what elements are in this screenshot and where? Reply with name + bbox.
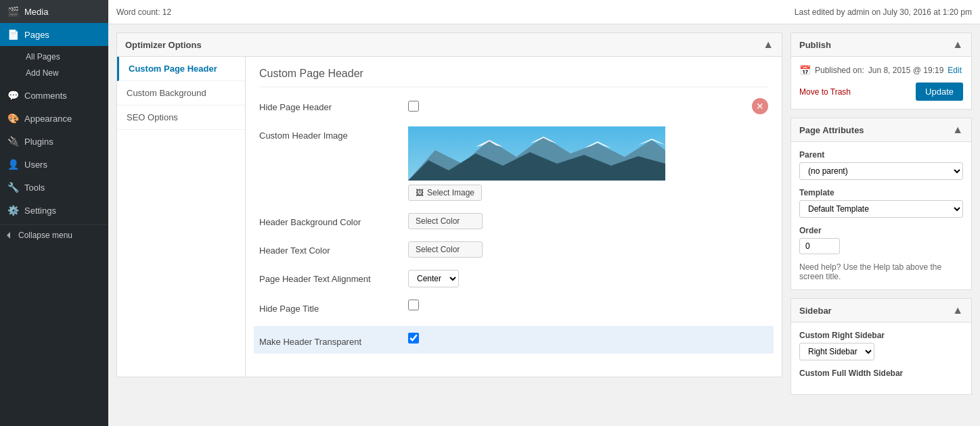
close-button[interactable]: ✕ xyxy=(752,98,768,114)
publish-date: 📅 Published on: Jun 8, 2015 @ 19:19 Edit xyxy=(799,65,963,76)
edit-date-link[interactable]: Edit xyxy=(948,66,962,75)
order-input[interactable] xyxy=(799,238,840,254)
sidebar-item-users[interactable]: 👤 Users xyxy=(0,153,108,176)
page-attributes-panel: Page Attributes ▲ Parent (no parent) Tem… xyxy=(790,118,972,290)
sidebar-label-plugins: Plugins xyxy=(24,137,53,147)
header-bg-color-label: Header Background Color xyxy=(259,213,408,227)
text-alignment-select[interactable]: Left Center Right xyxy=(408,270,459,287)
text-alignment-label: Page Header Text Alignment xyxy=(259,270,408,284)
custom-right-sidebar-label: Custom Right Sidebar xyxy=(799,331,963,340)
last-edited: Last edited by admin on July 30, 2016 at… xyxy=(795,7,972,17)
media-icon: 🎬 xyxy=(7,5,19,18)
comments-icon: 💬 xyxy=(7,89,19,101)
sidebar-item-appearance[interactable]: 🎨 Appearance xyxy=(0,107,108,130)
header-bg-color-button[interactable]: Select Color xyxy=(408,213,483,229)
optimizer-title: Optimizer Options xyxy=(125,40,202,50)
content-title: Custom Page Header xyxy=(259,68,768,87)
header-bg-color-row: Header Background Color Select Color xyxy=(259,213,768,229)
tab-custom-page-header[interactable]: Custom Page Header xyxy=(117,57,245,81)
hide-page-header-label: Hide Page Header xyxy=(259,98,408,112)
content-area: Word count: 12 Last edited by admin on J… xyxy=(108,0,980,426)
header-text-color-row: Header Text Color Select Color xyxy=(259,241,768,258)
custom-header-image-control: 🖼 Select Image xyxy=(408,126,768,201)
sidebar-sub-add-new[interactable]: Add New xyxy=(19,65,108,81)
published-label: Published on: xyxy=(815,66,864,75)
sidebar-pages-sub: All Pages Add New xyxy=(0,46,108,84)
sidebar-label-settings: Settings xyxy=(24,206,56,216)
collapse-menu[interactable]: Collapse menu xyxy=(0,224,108,245)
parent-attr-row: Parent (no parent) xyxy=(799,150,963,180)
parent-select[interactable]: (no parent) xyxy=(799,162,963,180)
custom-right-sidebar-row: Custom Right Sidebar Right Sidebar xyxy=(799,331,963,360)
custom-header-image-row: Custom Header Image xyxy=(259,126,768,201)
sidebar-label-pages: Pages xyxy=(24,30,49,40)
sidebar-label-comments: Comments xyxy=(24,91,67,101)
calendar-icon: 📅 xyxy=(799,65,811,76)
optimizer-options-box: Optimizer Options ▲ Custom Page Header C… xyxy=(116,32,782,377)
publish-panel: Publish ▲ 📅 Published on: Jun 8, 2015 @ … xyxy=(790,32,972,110)
text-alignment-row: Page Header Text Alignment Left Center R… xyxy=(259,270,768,287)
header-text-color-control: Select Color xyxy=(408,241,768,258)
settings-icon: ⚙️ xyxy=(7,204,19,216)
sidebar-item-plugins[interactable]: 🔌 Plugins xyxy=(0,130,108,153)
hide-page-title-checkbox[interactable] xyxy=(408,300,419,310)
page-attributes-body: Parent (no parent) Template Default Temp… xyxy=(791,142,971,289)
sidebar-panel-collapse-icon[interactable]: ▲ xyxy=(952,304,963,316)
make-header-transparent-label: Make Header Transparent xyxy=(259,333,408,347)
pages-icon: 📄 xyxy=(7,28,19,41)
sidebar-panel-body: Custom Right Sidebar Right Sidebar Custo… xyxy=(791,323,971,394)
hide-page-title-control xyxy=(408,300,768,312)
right-sidebar-select[interactable]: Right Sidebar xyxy=(799,343,874,360)
sidebar-item-settings[interactable]: ⚙️ Settings xyxy=(0,199,108,222)
template-select[interactable]: Default Template xyxy=(799,200,963,218)
page-attributes-collapse-icon[interactable]: ▲ xyxy=(952,124,963,136)
sidebar-item-tools[interactable]: 🔧 Tools xyxy=(0,176,108,199)
parent-label: Parent xyxy=(799,150,963,160)
page-columns: Optimizer Options ▲ Custom Page Header C… xyxy=(108,24,980,426)
publish-collapse-icon[interactable]: ▲ xyxy=(952,39,963,51)
right-sidebar: Publish ▲ 📅 Published on: Jun 8, 2015 @ … xyxy=(790,24,980,426)
users-icon: 👤 xyxy=(7,158,19,170)
sidebar-panel: Sidebar ▲ Custom Right Sidebar Right Sid… xyxy=(790,298,972,395)
tools-icon: 🔧 xyxy=(7,181,19,193)
page-attributes-title: Page Attributes xyxy=(799,125,864,135)
sidebar-label-tools: Tools xyxy=(24,183,45,193)
tab-custom-background[interactable]: Custom Background xyxy=(117,81,245,105)
tab-seo-options[interactable]: SEO Options xyxy=(117,105,245,130)
update-button[interactable]: Update xyxy=(916,82,963,101)
order-label: Order xyxy=(799,226,963,235)
sidebar-item-media[interactable]: 🎬 Media xyxy=(0,0,108,23)
optimizer-collapse-icon[interactable]: ▲ xyxy=(763,39,774,51)
sidebar-panel-header: Sidebar ▲ xyxy=(791,299,971,323)
select-color-label-text: Select Color xyxy=(416,245,460,254)
edit-bar: Word count: 12 Last edited by admin on J… xyxy=(108,0,980,24)
custom-full-width-row: Custom Full Width Sidebar xyxy=(799,369,963,378)
header-text-color-button[interactable]: Select Color xyxy=(408,241,483,258)
collapse-label: Collapse menu xyxy=(18,231,72,240)
sidebar-item-pages[interactable]: 📄 Pages xyxy=(0,23,108,46)
header-image-preview xyxy=(408,126,665,181)
publish-panel-header: Publish ▲ xyxy=(791,33,971,57)
right-sidebar-select-container: Right Sidebar xyxy=(799,343,963,360)
sidebar-sub-all-pages[interactable]: All Pages xyxy=(19,49,108,65)
custom-header-image-label: Custom Header Image xyxy=(259,126,408,141)
plugins-icon: 🔌 xyxy=(7,135,19,147)
center-panel: Optimizer Options ▲ Custom Page Header C… xyxy=(108,24,790,426)
custom-full-width-label: Custom Full Width Sidebar xyxy=(799,369,963,378)
optimizer-content: Custom Page Header Hide Page Header ✕ xyxy=(246,57,782,377)
make-header-transparent-checkbox[interactable] xyxy=(408,333,419,344)
hide-page-title-row: Hide Page Title xyxy=(259,300,768,314)
sidebar-item-comments[interactable]: 💬 Comments xyxy=(0,84,108,107)
publish-actions: Move to Trash Update xyxy=(799,82,963,101)
select-image-button[interactable]: 🖼 Select Image xyxy=(408,185,482,201)
word-count: Word count: 12 xyxy=(116,7,171,17)
optimizer-header: Optimizer Options ▲ xyxy=(117,33,782,57)
move-trash-link[interactable]: Move to Trash xyxy=(799,87,851,97)
template-label: Template xyxy=(799,188,963,197)
template-attr-row: Template Default Template xyxy=(799,188,963,218)
make-header-transparent-control xyxy=(408,333,768,346)
order-attr-row: Order xyxy=(799,226,963,254)
publish-panel-body: 📅 Published on: Jun 8, 2015 @ 19:19 Edit… xyxy=(791,57,971,109)
hide-page-header-checkbox[interactable] xyxy=(408,101,419,112)
sidebar-label-users: Users xyxy=(24,160,47,170)
